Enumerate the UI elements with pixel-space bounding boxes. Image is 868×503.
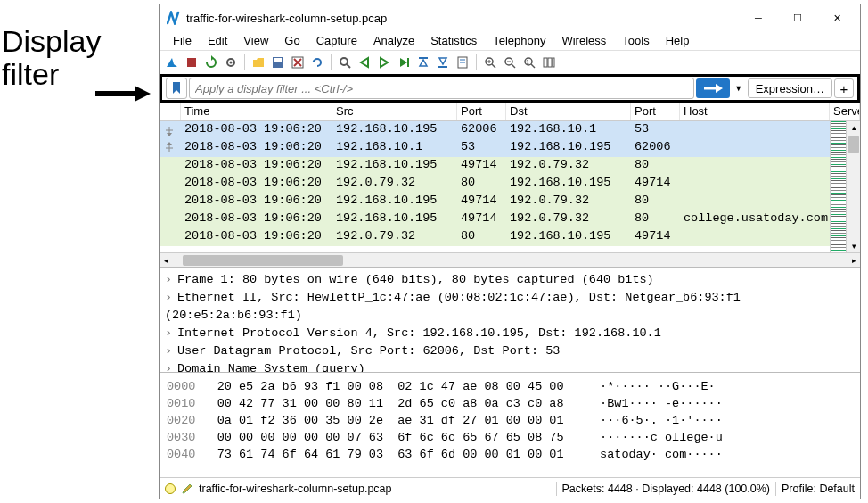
packet-list-vscroll[interactable]: ▴ ▾ (846, 121, 860, 252)
chevron-down-icon: ▼ (734, 84, 742, 93)
detail-row[interactable]: ›Frame 1: 80 bytes on wire (640 bits), 8… (165, 271, 855, 289)
col-sport[interactable]: Port (457, 103, 506, 120)
svg-point-5 (230, 62, 233, 64)
svg-marker-19 (420, 60, 427, 66)
byte-row[interactable]: 0020 0a 01 f2 36 00 35 00 2e ae 31 df 27… (167, 412, 853, 429)
col-dport[interactable]: Port (631, 103, 680, 120)
annotation-label: Display filter (2, 25, 101, 92)
expand-caret-icon[interactable]: › (165, 289, 177, 307)
stop-capture-button[interactable] (183, 54, 201, 71)
svg-rect-36 (548, 58, 552, 67)
go-first-button[interactable] (414, 54, 432, 71)
status-profile[interactable]: Profile: Default (782, 482, 855, 495)
byte-row[interactable]: 0040 73 61 74 6f 64 61 79 03 63 6f 6d 00… (167, 446, 853, 463)
table-row[interactable]: 2018-08-03 19:06:20192.0.79.3280192.168.… (160, 175, 830, 193)
open-file-button[interactable] (250, 54, 267, 71)
scrollbar-thumb[interactable] (848, 136, 859, 153)
col-host[interactable]: Host (680, 103, 830, 120)
table-row[interactable]: 2018-08-03 19:06:20192.168.10.1956200619… (160, 121, 830, 139)
go-back-button[interactable] (356, 54, 373, 71)
svg-marker-1 (135, 86, 151, 102)
packet-list-pane: Time Src Port Dst Port Host Server Name … (160, 103, 860, 268)
table-row[interactable]: 2018-08-03 19:06:20192.168.10.1954971419… (160, 210, 830, 228)
table-row[interactable]: 2018-08-03 19:06:20192.168.10.1954971419… (160, 193, 830, 210)
restart-capture-button[interactable] (202, 54, 220, 71)
col-dst[interactable]: Dst (506, 103, 631, 120)
table-row[interactable]: 2018-08-03 19:06:20192.168.10.1954971419… (160, 157, 830, 175)
col-marker[interactable] (160, 103, 181, 120)
byte-row[interactable]: 0010 00 42 77 31 00 00 80 11 2d 65 c0 a8… (167, 395, 853, 412)
col-time[interactable]: Time (181, 103, 332, 120)
menu-file[interactable]: File (165, 33, 200, 48)
close-button[interactable]: ✕ (817, 5, 856, 30)
expand-caret-icon[interactable]: › (165, 271, 177, 289)
save-icon (271, 55, 285, 70)
reload-button[interactable] (308, 54, 326, 71)
menu-analyze[interactable]: Analyze (365, 33, 422, 48)
menu-view[interactable]: View (235, 33, 276, 48)
menu-go[interactable]: Go (276, 33, 307, 48)
menu-telephony[interactable]: Telephony (485, 33, 553, 48)
menu-wireless[interactable]: Wireless (553, 33, 614, 48)
svg-marker-42 (167, 133, 172, 136)
expand-caret-icon[interactable]: › (165, 325, 177, 342)
close-file-button[interactable] (289, 54, 307, 71)
menu-statistics[interactable]: Statistics (422, 33, 485, 48)
menu-help[interactable]: Help (658, 33, 698, 48)
maximize-button[interactable]: ☐ (778, 5, 817, 30)
flow-marker-icon (160, 121, 179, 139)
packet-bytes-pane[interactable]: 0000 20 e5 2a b6 93 f1 00 08 02 1c 47 ae… (160, 373, 860, 477)
table-row[interactable]: 2018-08-03 19:06:20192.0.79.3280192.168.… (160, 228, 830, 246)
expand-caret-icon[interactable]: › (165, 360, 177, 373)
expand-caret-icon[interactable]: › (165, 342, 177, 360)
minimize-button[interactable]: ─ (739, 5, 778, 30)
jump-to-button[interactable] (395, 54, 413, 71)
toolbar: 1 (160, 51, 860, 74)
display-filter-input[interactable] (189, 78, 694, 99)
apply-filter-button[interactable] (696, 78, 730, 98)
auto-scroll-button[interactable] (454, 54, 471, 71)
packet-details-pane[interactable]: ›Frame 1: 80 bytes on wire (640 bits), 8… (160, 268, 860, 373)
menu-tools[interactable]: Tools (614, 33, 657, 48)
detail-row[interactable]: ›Ethernet II, Src: HewlettP_1c:47:ae (00… (165, 289, 855, 325)
go-last-button[interactable] (434, 54, 452, 71)
svg-marker-39 (716, 84, 723, 93)
add-filter-button[interactable]: + (834, 78, 854, 98)
col-server-name[interactable]: Server Name (830, 103, 860, 120)
find-packet-button[interactable] (336, 54, 354, 71)
filter-history-dropdown[interactable]: ▼ (732, 78, 746, 98)
byte-row[interactable]: 0000 20 e5 2a b6 93 f1 00 08 02 1c 47 ae… (167, 378, 853, 395)
expression-button[interactable]: Expression… (748, 78, 832, 98)
detail-row[interactable]: ›Internet Protocol Version 4, Src: 192.1… (165, 325, 855, 342)
flow-marker-icon (160, 139, 179, 157)
packet-list-header[interactable]: Time Src Port Dst Port Host Server Name (160, 103, 860, 121)
flow-marker-icon (160, 228, 179, 246)
svg-line-13 (347, 64, 350, 68)
menu-capture[interactable]: Capture (308, 33, 365, 48)
shark-fin-icon (165, 55, 179, 70)
col-src[interactable]: Src (332, 103, 457, 120)
detail-row[interactable]: ›User Datagram Protocol, Src Port: 62006… (165, 342, 855, 360)
packet-list-hscroll[interactable]: ◂▸ (160, 252, 860, 267)
table-row[interactable]: 2018-08-03 19:06:20192.168.10.153192.168… (160, 139, 830, 157)
expert-info-indicator[interactable] (165, 483, 176, 494)
flow-marker-icon (160, 175, 179, 193)
edit-capture-comment-icon[interactable] (181, 482, 193, 495)
detail-row[interactable]: ›Domain Name System (query) (165, 360, 855, 373)
zoom-in-button[interactable] (481, 54, 499, 71)
zoom-out-button[interactable] (501, 54, 519, 71)
zoom-reset-button[interactable]: 1 (520, 54, 538, 71)
resize-columns-button[interactable] (540, 54, 558, 71)
folder-icon (251, 55, 266, 70)
app-icon (167, 11, 181, 25)
menu-edit[interactable]: Edit (200, 33, 235, 48)
filter-bookmark-button[interactable] (166, 78, 187, 99)
capture-options-button[interactable] (222, 54, 240, 71)
save-file-button[interactable] (269, 54, 287, 71)
start-capture-button[interactable] (163, 54, 181, 71)
auto-scroll-icon (455, 55, 470, 70)
svg-rect-37 (553, 58, 554, 67)
byte-row[interactable]: 0030 00 00 00 00 00 00 07 63 6f 6c 6c 65… (167, 429, 853, 446)
go-forward-button[interactable] (375, 54, 393, 71)
zoom-in-icon (483, 55, 497, 70)
